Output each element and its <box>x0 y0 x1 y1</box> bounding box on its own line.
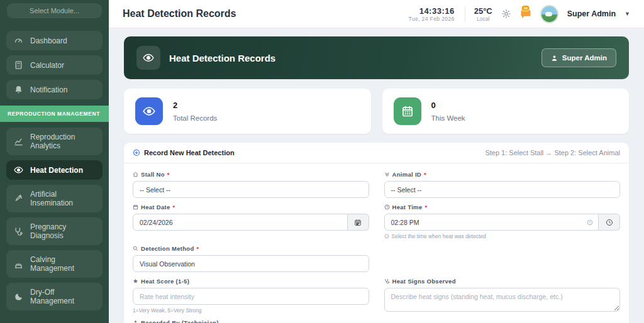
detection-method-label: Detection Method * <box>133 245 369 252</box>
calendar-picker-button[interactable] <box>348 214 369 231</box>
chart-line-icon <box>14 137 23 146</box>
stethoscope-icon <box>14 227 23 236</box>
super-admin-button[interactable]: Super Admin <box>541 48 616 67</box>
sidebar-item-label: Dashboard <box>30 36 67 45</box>
chevron-down-icon[interactable]: ▼ <box>625 11 630 17</box>
field-stall-no: Stall No * -- Select -- <box>133 171 369 198</box>
sidebar-item-artificial-insemination[interactable]: Artificial Insemination <box>6 185 103 212</box>
heat-score-input[interactable] <box>133 288 369 305</box>
heat-date-group <box>133 214 369 231</box>
sidebar-item-label: Pregnancy Diagnosis <box>30 222 95 240</box>
page-banner: Heat Detection Records Super Admin <box>124 36 629 79</box>
sidebar-section-reproduction-management: REPRODUCTION MANAGEMENT <box>0 106 109 122</box>
stat-card-total-records: 2 Total Records <box>124 89 371 134</box>
animal-id-label: Animal ID * <box>384 171 621 178</box>
home-icon <box>133 172 138 177</box>
required-asterisk: * <box>425 204 427 211</box>
heat-time-help: Select the time when heat was detected <box>384 233 621 239</box>
sidebar-item-pregnancy-diagnosis[interactable]: Pregnancy Diagnosis <box>6 217 103 245</box>
stat-label: Total Records <box>173 114 217 122</box>
sidebar-item-label: Notification <box>30 85 67 94</box>
detection-method-select[interactable]: Visual Observation <box>133 255 369 272</box>
clock-icon <box>384 204 390 210</box>
form-row: Stall No * -- Select -- Animal ID <box>133 171 620 198</box>
top-header: Heat Detection Records 14:33:16 Tue, 24 … <box>109 0 644 28</box>
temperature-label: Local <box>474 16 492 22</box>
stat-text: 2 Total Records <box>173 101 217 122</box>
module-select-dropdown[interactable]: Select Module... <box>7 3 102 18</box>
steps-hint: Step 1: Select Stall → Step 2: Select An… <box>485 149 620 156</box>
stat-text: 0 This Week <box>431 101 465 122</box>
plus-circle-icon <box>133 149 140 156</box>
stat-card-this-week: 0 This Week <box>382 89 630 134</box>
field-heat-date: Heat Date * <box>133 204 369 239</box>
heat-signs-label: Heat Signs Observed <box>384 278 621 285</box>
form-body: Stall No * -- Select -- Animal ID <box>124 163 629 323</box>
heat-signs-textarea[interactable] <box>384 288 621 312</box>
stethoscope-icon <box>384 278 390 284</box>
user-icon <box>551 55 558 62</box>
sidebar-item-notification[interactable]: Notification <box>6 80 103 99</box>
stat-label: This Week <box>431 114 465 122</box>
required-asterisk: * <box>167 171 170 178</box>
form-header: Record New Heat Detection Step 1: Select… <box>124 143 629 163</box>
sidebar-item-label: Calculator <box>30 61 64 70</box>
label-text: Heat Signs Observed <box>392 278 456 285</box>
sidebar-item-label: Calving Management <box>30 255 95 273</box>
notification-badge: 10 <box>521 5 530 11</box>
calendar-icon <box>394 97 421 125</box>
spacer-col <box>384 319 621 323</box>
role-button-label: Super Admin <box>562 54 607 62</box>
syringe-icon <box>14 194 23 204</box>
animal-id-select[interactable]: -- Select -- <box>384 181 621 198</box>
stall-no-select[interactable]: -- Select -- <box>133 181 369 198</box>
stats-row: 2 Total Records 0 This Week <box>124 89 629 134</box>
calving-icon <box>14 260 23 269</box>
sidebar-item-reproduction-analytics[interactable]: Reproduction Analytics <box>6 128 103 155</box>
help-text: Select the time when heat was detected <box>392 233 486 239</box>
heat-score-help: 1=Very Weak, 5=Very Strong <box>133 307 369 314</box>
form-row: Heat Date * <box>133 204 620 239</box>
sidebar-item-dry-off-management[interactable]: Dry-Off Management <box>6 283 103 310</box>
heat-time-label: Heat Time * <box>384 204 621 211</box>
gear-icon[interactable] <box>501 9 511 19</box>
eye-icon <box>14 165 23 175</box>
recorded-by-label: Recorded By (Technician) <box>133 319 369 323</box>
star-icon <box>133 278 138 284</box>
required-asterisk: * <box>424 171 426 178</box>
user-menu[interactable]: Super Admin <box>567 9 616 18</box>
sidebar: Select Module... Dashboard Calculator No… <box>0 0 109 323</box>
banner-left: Heat Detection Records <box>136 46 275 70</box>
form-title-text: Record New Heat Detection <box>144 149 235 156</box>
heat-score-label: Heat Score (1-5) <box>133 278 369 285</box>
sidebar-item-calving-management[interactable]: Calving Management <box>6 250 103 278</box>
eye-icon <box>135 97 163 125</box>
field-heat-time: Heat Time * <box>384 204 621 239</box>
form-row: Detection Method * Visual Observation <box>133 245 620 272</box>
calendar-icon <box>133 204 138 210</box>
header-controls: 14:33:16 Tue, 24 Feb 2026 25°C Local 10 … <box>409 5 631 23</box>
clock-time: 14:33:16 <box>409 6 455 16</box>
cow-icon <box>384 172 390 177</box>
field-heat-signs: Heat Signs Observed <box>384 278 621 314</box>
chat-notification-icon[interactable]: 10 <box>520 8 531 19</box>
clock-block: 14:33:16 Tue, 24 Feb 2026 <box>409 6 465 22</box>
required-asterisk: * <box>173 204 175 211</box>
sidebar-item-heat-detection[interactable]: Heat Detection <box>6 160 103 180</box>
heat-time-input[interactable] <box>384 214 599 231</box>
time-picker-button[interactable] <box>599 214 620 231</box>
stat-value: 2 <box>173 101 217 110</box>
sidebar-item-dashboard[interactable]: Dashboard <box>6 31 103 50</box>
avatar[interactable] <box>540 5 558 23</box>
calculator-icon <box>14 60 23 70</box>
heat-date-label: Heat Date * <box>133 204 369 211</box>
label-text: Heat Date <box>141 204 170 211</box>
form-row: Heat Score (1-5) 1=Very Weak, 5=Very Str… <box>133 278 620 314</box>
heat-time-group <box>384 214 621 231</box>
sidebar-item-calculator[interactable]: Calculator <box>6 55 103 75</box>
form-title: Record New Heat Detection <box>133 149 235 156</box>
label-text: Detection Method <box>141 245 194 252</box>
stall-no-label: Stall No * <box>133 171 369 178</box>
heat-date-input[interactable] <box>133 214 348 231</box>
field-detection-method: Detection Method * Visual Observation <box>133 245 369 272</box>
